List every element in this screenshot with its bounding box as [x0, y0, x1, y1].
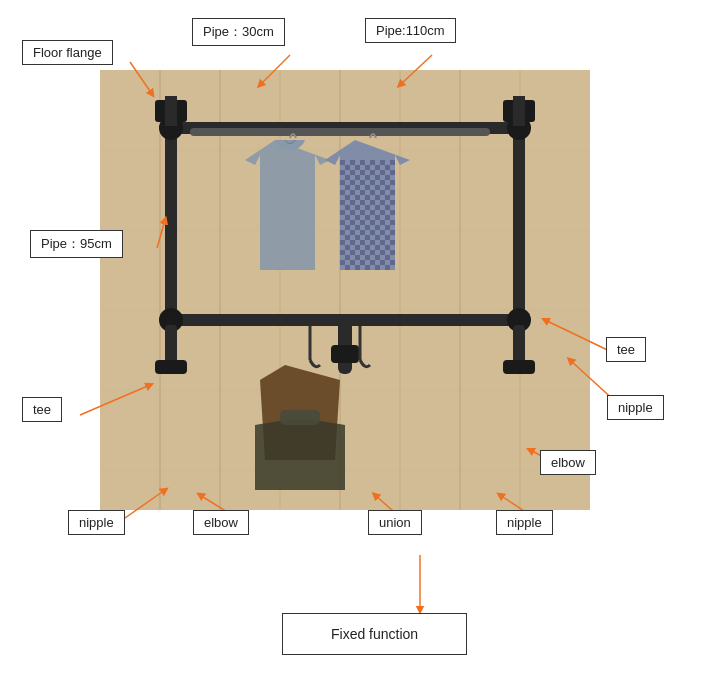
tee-right-label: tee — [606, 337, 646, 362]
pipe-rack-svg — [100, 70, 590, 510]
svg-rect-32 — [503, 360, 535, 374]
pipe-30cm-label: Pipe：30cm — [192, 18, 285, 46]
diagram-container: Floor flange Pipe：30cm Pipe:110cm Pipe：9… — [0, 0, 714, 696]
fixed-function-label: Fixed function — [282, 613, 467, 655]
svg-rect-29 — [165, 325, 177, 365]
svg-rect-30 — [513, 325, 525, 365]
svg-rect-39 — [280, 410, 320, 425]
svg-rect-15 — [513, 122, 525, 322]
svg-rect-27 — [338, 314, 352, 374]
svg-rect-24 — [513, 96, 525, 126]
elbow-bottom-left-label: elbow — [193, 510, 249, 535]
tee-left-label: tee — [22, 397, 62, 422]
nipple-top-right-label: nipple — [607, 395, 664, 420]
pipe-110cm-label: Pipe:110cm — [365, 18, 456, 43]
svg-rect-31 — [155, 360, 187, 374]
photo — [100, 70, 590, 510]
svg-rect-34 — [340, 160, 395, 270]
pipe-95cm-label: Pipe：95cm — [30, 230, 123, 258]
svg-rect-28 — [331, 345, 359, 363]
svg-rect-22 — [165, 96, 177, 126]
svg-rect-33 — [190, 128, 490, 136]
elbow-right-label: elbow — [540, 450, 596, 475]
photo-background — [100, 70, 590, 510]
union-label: union — [368, 510, 422, 535]
svg-rect-14 — [165, 122, 177, 322]
nipple-bottom-left-label: nipple — [68, 510, 125, 535]
nipple-bottom-right-label: nipple — [496, 510, 553, 535]
floor-flange-label: Floor flange — [22, 40, 113, 65]
